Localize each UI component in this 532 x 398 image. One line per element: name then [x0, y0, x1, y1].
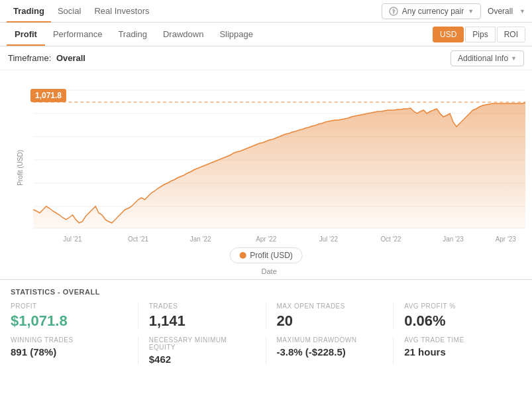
svg-text:Jan '22: Jan '22: [190, 235, 211, 243]
stats-sub-grid: WINNING TRADES 891 (78%) NECESSARY MINIM…: [11, 336, 521, 365]
stat-min-equity-value: $462: [149, 354, 255, 365]
svg-text:Oct '21: Oct '21: [128, 235, 148, 243]
currency-pair-label: Any currency pair: [402, 7, 464, 16]
svg-text:Jan '23: Jan '23: [443, 235, 464, 243]
stat-max-open: MAX OPEN TRADES 20: [266, 302, 394, 330]
nav-item-social[interactable]: Social: [51, 1, 87, 21]
stat-avg-profit: AVG PROFIT % 0.06%: [394, 302, 521, 330]
stat-winning-label: WINNING TRADES: [11, 336, 127, 344]
legend-label: Profit (USD): [250, 251, 293, 260]
sub-nav-performance[interactable]: Performance: [45, 24, 110, 44]
toggle-usd[interactable]: USD: [433, 27, 464, 42]
chart-value-label: 1,071.8: [30, 89, 66, 102]
additional-info-button[interactable]: Additional Info ▼: [451, 50, 524, 66]
stat-max-drawdown-label: MAXIMUM DRAWDOWN: [277, 336, 383, 344]
svg-text:Apr '23: Apr '23: [496, 235, 517, 243]
timeframe-value: Overall: [56, 53, 85, 63]
overall-chevron-icon: ▼: [519, 8, 525, 15]
currency-icon: [389, 7, 398, 16]
sub-nav-trading[interactable]: Trading: [110, 24, 155, 44]
timeframe-row: Timeframe: Overall Additional Info ▼: [0, 46, 532, 70]
stat-max-open-label: MAX OPEN TRADES: [277, 302, 383, 310]
timeframe-label: Timeframe: Overall: [8, 53, 85, 63]
stats-section: STATISTICS - OVERALL PROFIT $1,071.8 TRA…: [0, 279, 532, 373]
stat-avg-trade-time-value: 21 hours: [404, 346, 521, 358]
chevron-down-icon: ▼: [468, 8, 474, 15]
svg-text:Jul '22: Jul '22: [319, 235, 339, 243]
currency-pair-button[interactable]: Any currency pair ▼: [382, 3, 481, 19]
overall-label[interactable]: Overall: [488, 7, 513, 16]
additional-info-chevron-icon: ▼: [511, 55, 517, 62]
toggle-pips[interactable]: Pips: [465, 27, 495, 42]
stats-main-grid: PROFIT $1,071.8 TRADES 1,141 MAX OPEN TR…: [11, 302, 521, 330]
stat-trades-label: TRADES: [149, 302, 255, 310]
stat-max-drawdown: MAXIMUM DRAWDOWN -3.8% (-$228.5): [266, 336, 394, 365]
chart-area: Profit (USD) 1,071.8 1250 1000 750 500 2…: [0, 70, 532, 266]
nav-item-real-investors[interactable]: Real Investors: [87, 1, 156, 21]
stat-profit: PROFIT $1,071.8: [11, 302, 138, 330]
stat-avg-trade-time-label: AVG TRADE TIME: [404, 336, 521, 344]
stat-avg-profit-label: AVG PROFIT %: [404, 302, 521, 310]
currency-toggles: USD Pips ROI: [433, 27, 525, 42]
toggle-roi[interactable]: ROI: [497, 27, 525, 42]
sub-nav-profit[interactable]: Profit: [7, 24, 45, 46]
stat-min-equity-label: NECESSARY MINIMUM EQUITY: [149, 336, 255, 351]
stat-min-equity: NECESSARY MINIMUM EQUITY $462: [138, 336, 266, 365]
svg-text:Apr '22: Apr '22: [256, 235, 277, 243]
stat-trades-value: 1,141: [149, 312, 255, 330]
stat-max-drawdown-value: -3.8% (-$228.5): [277, 346, 383, 358]
svg-text:Jul '21: Jul '21: [63, 235, 82, 243]
stat-avg-trade-time: AVG TRADE TIME 21 hours: [394, 336, 521, 365]
stat-avg-profit-value: 0.06%: [404, 312, 521, 330]
stats-title: STATISTICS - OVERALL: [11, 288, 521, 296]
x-axis-title: Date: [262, 267, 277, 275]
y-axis-label: Profit (USD): [17, 149, 24, 185]
sub-nav-slippage[interactable]: Slippage: [211, 24, 261, 44]
top-nav: Trading Social Real Investors Any curren…: [0, 0, 532, 23]
profit-chart: 1250 1000 750 500 250 0 −250 Jul '21 Oct…: [33, 77, 525, 249]
stat-trades: TRADES 1,141: [138, 302, 266, 330]
sub-nav-drawdown[interactable]: Drawdown: [155, 24, 211, 44]
nav-item-trading[interactable]: Trading: [7, 1, 51, 23]
svg-text:Oct '22: Oct '22: [380, 235, 401, 243]
stat-winning-value: 891 (78%): [11, 346, 127, 358]
stat-winning: WINNING TRADES 891 (78%): [11, 336, 138, 365]
stat-max-open-value: 20: [277, 312, 383, 330]
legend-dot: [239, 252, 246, 259]
stat-profit-value: $1,071.8: [11, 312, 127, 330]
stat-profit-label: PROFIT: [11, 302, 127, 310]
sub-nav: Profit Performance Trading Drawdown Slip…: [0, 23, 532, 46]
chart-legend: Profit (USD): [229, 247, 303, 263]
top-nav-right: Any currency pair ▼ Overall ▼: [382, 3, 525, 19]
